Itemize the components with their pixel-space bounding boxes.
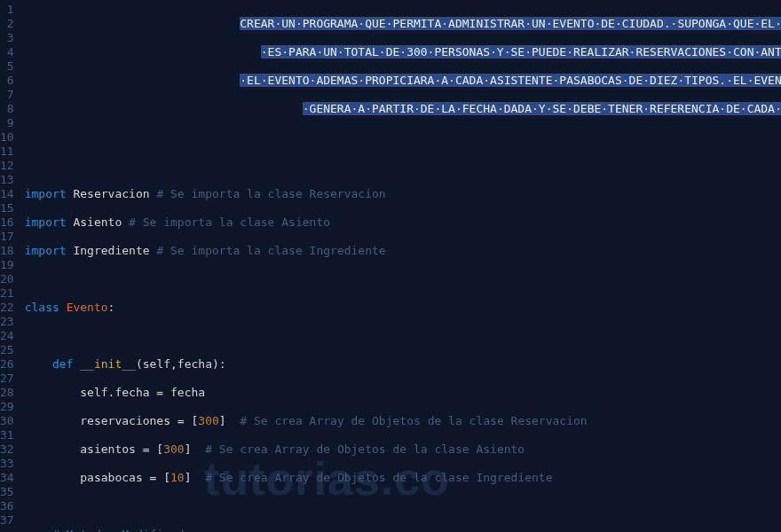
code-line: import Reservacion # Se importa la clase… [25, 187, 781, 201]
line-number: 14 [0, 187, 14, 201]
code-line: import Asiento # Se importa la clase Asi… [25, 215, 781, 230]
line-number: 30 [0, 414, 14, 428]
line-number: 34 [0, 471, 14, 485]
line-number: 10 [0, 130, 14, 145]
line-number: 25 [0, 343, 14, 357]
line-number: 26 [0, 357, 14, 372]
blank-line [25, 499, 781, 513]
line-number: 3 [0, 31, 14, 45]
blank-line [25, 159, 781, 173]
line-number: 33 [0, 457, 14, 471]
code-line: reservaciones = [300] # Se crea Array de… [25, 414, 781, 428]
line-number: 11 [0, 145, 14, 159]
line-number: 5 [0, 59, 14, 74]
code-line: class Evento: [25, 301, 781, 315]
line-number: 32 [0, 442, 14, 457]
line-number: 23 [0, 315, 14, 329]
line-number: 21 [0, 286, 14, 301]
line-number: 16 [0, 215, 14, 230]
code-area[interactable]: CREAR·UN·PROGRAMA·QUE·PERMITA·ADMINISTRA… [25, 0, 781, 532]
comment-line: ·EL·EVENTO·ADEMAS·PROPICIARA·A·CADA·ASIS… [25, 74, 781, 88]
line-number: 9 [0, 116, 14, 130]
line-number: 7 [0, 88, 14, 102]
blank-line [25, 130, 781, 145]
comment-line: ·ES·PARA·UN·TOTAL·DE·300·PERSONAS·Y·SE·P… [25, 45, 781, 59]
line-number: 17 [0, 230, 14, 244]
line-number: 35 [0, 485, 14, 499]
line-number: 27 [0, 372, 14, 386]
line-number: 31 [0, 428, 14, 442]
blank-line [25, 272, 781, 286]
line-number: 19 [0, 258, 14, 272]
code-line: def __init__(self,fecha): [25, 357, 781, 372]
line-number: 36 [0, 499, 14, 513]
blank-line [25, 329, 781, 343]
code-line: self.fecha = fecha [25, 386, 781, 400]
comment-line: CREAR·UN·PROGRAMA·QUE·PERMITA·ADMINISTRA… [25, 17, 781, 31]
line-number: 37 [0, 513, 14, 528]
code-line: pasabocas = [10] # Se crea Array de Obje… [25, 471, 781, 485]
line-number: 4 [0, 45, 14, 59]
code-line: asientos = [300] # Se crea Array de Obje… [25, 442, 781, 457]
line-number: 20 [0, 272, 14, 286]
line-number: 29 [0, 400, 14, 414]
line-number: 18 [0, 244, 14, 258]
line-number: 22 [0, 301, 14, 315]
line-number: 1 [0, 3, 14, 17]
code-line: import Ingrediente # Se importa la clase… [25, 244, 781, 258]
line-number: 6 [0, 74, 14, 88]
line-number: 13 [0, 173, 14, 187]
line-number: 12 [0, 159, 14, 173]
line-number: 8 [0, 102, 14, 116]
line-gutter: 1234567891011121314151617181920212223242… [0, 0, 25, 532]
comment-line: ·GENERA·A·PARTIR·DE·LA·FECHA·DADA·Y·SE·D… [25, 102, 781, 116]
line-number: 28 [0, 386, 14, 400]
code-editor[interactable]: 1234567891011121314151617181920212223242… [0, 0, 781, 532]
line-number: 24 [0, 329, 14, 343]
line-number: 15 [0, 201, 14, 215]
line-number: 2 [0, 17, 14, 31]
code-line: # Metodos Modificadores [25, 528, 781, 532]
